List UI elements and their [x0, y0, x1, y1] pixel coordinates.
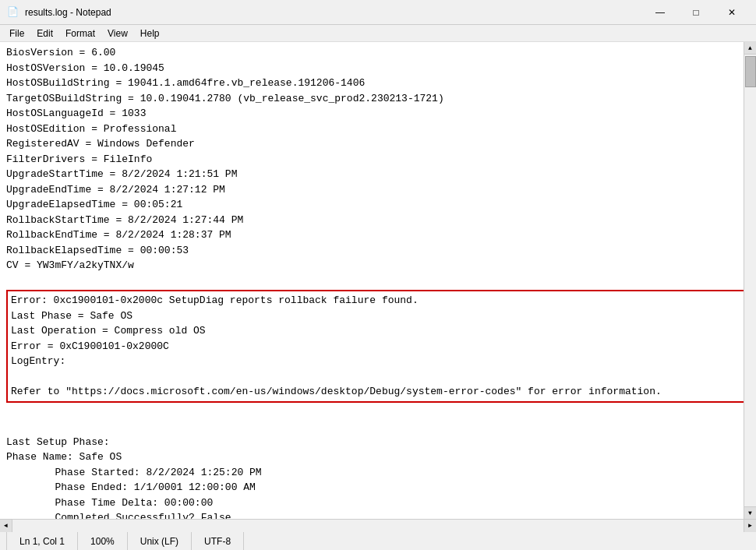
scroll-down-button[interactable]: ▼ [744, 506, 757, 519]
maximize-button[interactable]: □ [678, 0, 714, 25]
status-bar: Ln 1, Col 1 100% Unix (LF) UTF-8 [0, 531, 756, 550]
menu-format[interactable]: Format [59, 26, 101, 41]
menu-view[interactable]: View [101, 26, 134, 41]
window-title: results.log - Notepad [25, 7, 111, 18]
zoom-level: 100% [78, 532, 128, 550]
app-icon: 📄 [6, 6, 19, 19]
scroll-h-track[interactable] [12, 520, 744, 532]
cursor-position: Ln 1, Col 1 [6, 532, 78, 550]
scroll-right-button[interactable]: ► [744, 520, 756, 532]
menu-help[interactable]: Help [134, 26, 166, 41]
title-bar-left: 📄 results.log - Notepad [6, 6, 111, 19]
scroll-thumb[interactable] [745, 56, 756, 87]
editor-container: BiosVersion = 6.00 HostOSVersion = 10.0.… [0, 42, 756, 531]
editor-scroll[interactable]: BiosVersion = 6.00 HostOSVersion = 10.0.… [0, 42, 756, 519]
menu-edit[interactable]: Edit [30, 26, 59, 41]
window-controls: — □ ✕ [642, 0, 750, 25]
scroll-left-button[interactable]: ◄ [0, 520, 12, 532]
line-ending: Unix (LF) [128, 532, 192, 550]
scroll-up-button[interactable]: ▲ [744, 42, 757, 55]
close-button[interactable]: ✕ [714, 0, 750, 25]
title-bar: 📄 results.log - Notepad — □ ✕ [0, 0, 756, 25]
menu-bar: File Edit Format View Help [0, 25, 756, 42]
vertical-scrollbar[interactable]: ▲ ▼ [744, 42, 756, 519]
scroll-track[interactable] [744, 55, 757, 506]
horizontal-scrollbar[interactable]: ◄ ► [0, 519, 756, 531]
encoding: UTF-8 [192, 532, 244, 550]
minimize-button[interactable]: — [642, 0, 678, 25]
menu-file[interactable]: File [3, 26, 30, 41]
editor-content[interactable]: BiosVersion = 6.00 HostOSVersion = 10.0.… [0, 42, 756, 519]
